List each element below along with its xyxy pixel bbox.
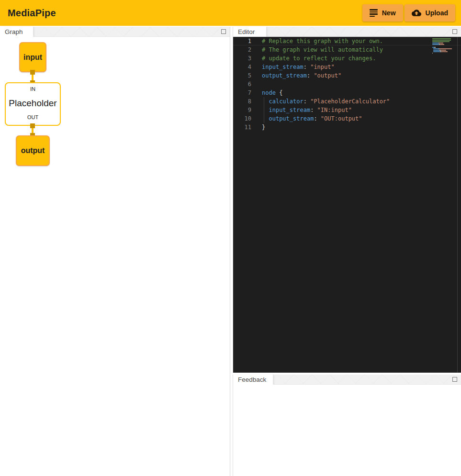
code-area[interactable]: 1# Replace this graph with your own.2# T… <box>233 37 461 132</box>
feedback-tabbar: Feedback <box>233 375 461 385</box>
code-text: output_stream: "OUT:output" <box>262 114 362 123</box>
editor-panel: Editor 1# Replace this graph with your o… <box>233 27 461 373</box>
graph-node-input[interactable]: input <box>19 42 46 72</box>
code-editor[interactable]: 1# Replace this graph with your own.2# T… <box>233 37 461 373</box>
tab-feedback-label: Feedback <box>238 376 266 383</box>
minimap-line <box>432 47 455 48</box>
code-line[interactable]: 7node { <box>233 89 461 97</box>
graph-panel: Graph input IN Placeholder OUT output <box>0 27 230 476</box>
code-line[interactable]: 9 input_stream: "IN:input" <box>233 106 461 114</box>
line-number: 5 <box>233 71 251 80</box>
in-port-label: IN <box>30 86 35 92</box>
line-number: 6 <box>233 80 251 89</box>
list-icon <box>370 9 378 17</box>
port-square <box>30 70 35 75</box>
code-line[interactable]: 11} <box>233 123 461 132</box>
line-number: 3 <box>233 54 251 63</box>
line-number: 9 <box>233 106 251 114</box>
minimap-line <box>432 44 455 45</box>
minimap-line <box>432 51 455 52</box>
maximise-icon[interactable] <box>221 29 226 34</box>
minimap-line <box>432 45 455 46</box>
code-text: # The graph view will automatically <box>262 45 383 54</box>
minimap-line <box>432 40 455 41</box>
new-button-label: New <box>382 9 396 17</box>
tab-graph[interactable]: Graph <box>0 27 34 37</box>
graph-node-output[interactable]: output <box>16 135 50 166</box>
app-title: MediaPipe <box>8 8 56 19</box>
graph-node-placeholder[interactable]: IN Placeholder OUT <box>5 82 61 126</box>
minimap-line <box>432 38 455 39</box>
tab-editor-label: Editor <box>238 28 255 35</box>
line-number: 2 <box>233 45 251 54</box>
indent-guide <box>264 97 264 106</box>
tab-editor[interactable]: Editor <box>233 27 267 37</box>
minimap-line <box>432 48 455 49</box>
code-line[interactable]: 1# Replace this graph with your own. <box>233 37 461 45</box>
line-number: 7 <box>233 89 251 97</box>
indent-guide <box>264 114 264 123</box>
line-number: 10 <box>233 114 251 123</box>
code-text: input_stream: "input" <box>262 63 335 71</box>
node-output-label: output <box>21 146 45 155</box>
line-number: 4 <box>233 63 251 71</box>
line-number: 8 <box>233 97 251 106</box>
node-placeholder-label: Placeholder <box>9 98 56 109</box>
code-text: calculator: "PlaceholderCalculator" <box>262 97 390 106</box>
code-line[interactable]: 8 calculator: "PlaceholderCalculator" <box>233 97 461 106</box>
feedback-content <box>233 385 461 476</box>
new-button[interactable]: New <box>362 4 403 22</box>
code-line[interactable]: 2# The graph view will automatically <box>233 45 461 54</box>
code-line[interactable]: 6 <box>233 80 461 89</box>
upload-button-label: Upload <box>426 9 448 17</box>
port-square <box>30 123 35 128</box>
out-port-label: OUT <box>27 114 38 120</box>
overview-ruler[interactable] <box>457 37 458 373</box>
indent-guide <box>264 106 264 114</box>
maximise-icon[interactable] <box>452 377 457 382</box>
upload-button[interactable]: Upload <box>405 4 455 22</box>
code-line[interactable]: 10 output_stream: "OUT:output" <box>233 114 461 123</box>
minimap-line <box>432 43 455 44</box>
editor-tabbar: Editor <box>233 27 461 37</box>
code-text: node { <box>262 89 282 97</box>
code-line[interactable]: 3# update to reflect your changes. <box>233 54 461 63</box>
header-buttons: New Upload <box>362 4 455 22</box>
app-header: MediaPipe New Upload <box>0 0 461 26</box>
tab-graph-label: Graph <box>5 28 23 35</box>
line-number: 11 <box>233 123 251 132</box>
node-input-label: input <box>23 53 42 62</box>
graph-canvas[interactable]: input IN Placeholder OUT output <box>0 37 230 476</box>
code-text: output_stream: "output" <box>262 71 341 80</box>
code-line[interactable]: 4input_stream: "input" <box>233 63 461 71</box>
code-text: input_stream: "IN:input" <box>262 106 352 114</box>
cloud-upload-icon <box>412 8 421 18</box>
line-number: 1 <box>233 37 251 45</box>
code-text: } <box>262 123 265 132</box>
minimap-line <box>432 41 455 42</box>
minimap-line <box>432 53 455 54</box>
code-text: # Replace this graph with your own. <box>262 37 383 45</box>
minimap[interactable] <box>432 38 455 54</box>
code-text: # update to reflect your changes. <box>262 54 376 63</box>
code-line[interactable]: 5output_stream: "output" <box>233 71 461 80</box>
maximise-icon[interactable] <box>452 29 457 34</box>
feedback-panel: Feedback <box>233 375 461 476</box>
graph-tabbar: Graph <box>0 27 230 37</box>
minimap-line <box>432 50 455 51</box>
tab-feedback[interactable]: Feedback <box>233 375 273 385</box>
